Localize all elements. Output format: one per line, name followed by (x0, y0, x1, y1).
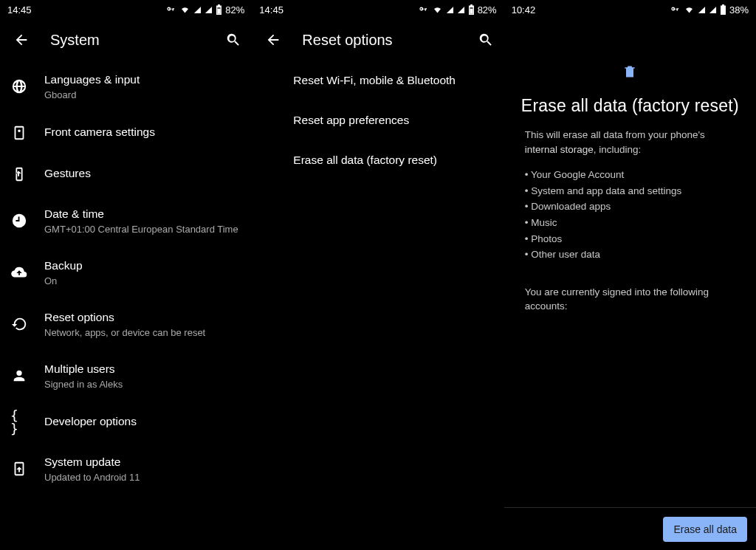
item-sub: Network, apps, or device can be reset (44, 327, 205, 338)
search-button[interactable] (222, 29, 244, 51)
item-title: Multiple users (44, 362, 123, 377)
reset-item-erase-all-data[interactable]: Erase all data (factory reset) (281, 140, 504, 180)
update-icon (10, 460, 28, 478)
item-title: System update (44, 455, 140, 470)
item-sub: Gboard (44, 89, 140, 100)
status-battery-pct: 82% (478, 4, 497, 16)
svg-rect-1 (470, 9, 472, 14)
signal-icon (446, 6, 454, 14)
item-title: Front camera settings (44, 125, 155, 140)
status-time: 14:45 (259, 4, 284, 16)
erase-all-data-button[interactable]: Erase all data (663, 517, 747, 542)
status-battery-pct: 38% (729, 4, 749, 16)
settings-list: Languages & input Gboard Front camera se… (0, 61, 252, 550)
status-time: 14:45 (7, 4, 32, 16)
settings-item-reset-options[interactable]: Reset options Network, apps, or device c… (0, 298, 252, 350)
gesture-icon (10, 165, 28, 183)
signal-icon-2 (457, 6, 465, 14)
settings-item-gestures[interactable]: Gestures (0, 154, 252, 195)
screen-erase-all-data: 10:42 38% Erase all data (factory reset)… (504, 0, 756, 550)
erase-bullet: • Other user data (525, 247, 735, 263)
signal-icon (698, 6, 706, 14)
erase-bullet: • System and app data and settings (525, 183, 735, 199)
svg-rect-2 (721, 12, 724, 14)
reset-list: Reset Wi-Fi, mobile & Bluetooth Reset ap… (252, 61, 504, 550)
settings-item-developer-options[interactable]: { } Developer options (0, 402, 252, 443)
erase-intro-bold: internal storage (525, 144, 594, 155)
erase-content: Erase all data (factory reset) This will… (504, 19, 756, 550)
trash-icon (622, 63, 637, 83)
status-bar: 14:45 82% (0, 0, 252, 19)
search-button[interactable] (475, 29, 497, 51)
globe-icon (10, 78, 28, 95)
wifi-icon (684, 5, 695, 14)
erase-intro-suffix: , including: (594, 144, 642, 155)
item-title: Developer options (44, 414, 137, 430)
user-icon (10, 367, 28, 385)
status-bar: 14:45 82% (252, 0, 504, 19)
reset-icon (10, 315, 28, 333)
erase-bullet: • Your Google Account (525, 167, 735, 183)
status-battery-pct: 82% (225, 4, 244, 16)
back-button[interactable] (10, 29, 32, 51)
settings-item-system-update[interactable]: System update Updated to Android 11 (0, 443, 252, 495)
item-title: Backup (44, 258, 83, 274)
wifi-icon (432, 5, 443, 14)
screen-reset-options: 14:45 82% Reset options Reset Wi-Fi, mob… (252, 0, 504, 550)
settings-item-languages[interactable]: Languages & input Gboard (0, 61, 252, 112)
item-title: Gestures (44, 166, 91, 182)
status-time: 10:42 (512, 4, 536, 16)
signal-icon-2 (205, 6, 213, 14)
item-title: Date & time (44, 207, 238, 222)
camera-icon (10, 124, 28, 142)
reset-item-wifi-mobile-bt[interactable]: Reset Wi-Fi, mobile & Bluetooth (281, 61, 504, 100)
erase-accounts-note: You are currently signed into the follow… (519, 285, 741, 314)
settings-item-front-camera[interactable]: Front camera settings (0, 112, 252, 154)
item-sub: Updated to Android 11 (44, 472, 140, 483)
vpn-key-icon (165, 5, 176, 14)
status-right: 82% (165, 4, 244, 16)
erase-bullet: • Music (525, 215, 735, 231)
back-button[interactable] (262, 29, 284, 51)
item-sub: On (44, 275, 83, 286)
item-title: Reset options (44, 310, 205, 326)
screen-system: 14:45 82% (0, 0, 252, 550)
settings-item-date-time[interactable]: Date & time GMT+01:00 Central European S… (0, 195, 252, 247)
erase-title: Erase all data (factory reset) (519, 96, 741, 116)
erase-bullet: • Photos (525, 231, 735, 247)
item-title: Languages & input (44, 72, 140, 88)
erase-intro: This will erase all data from your phone… (519, 128, 741, 157)
battery-icon (720, 4, 726, 15)
battery-icon (468, 4, 475, 15)
erase-bullet-list: • Your Google Account • System and app d… (519, 167, 741, 263)
app-bar: System (0, 19, 252, 61)
reset-item-app-preferences[interactable]: Reset app preferences (281, 100, 504, 140)
page-title: Reset options (302, 32, 392, 49)
battery-icon (216, 4, 222, 15)
signal-icon-2 (709, 6, 717, 14)
erase-bullet: • Downloaded apps (525, 199, 735, 215)
item-sub: GMT+01:00 Central European Standard Time (44, 224, 238, 235)
page-title: System (50, 32, 100, 49)
app-bar: Reset options (252, 19, 504, 61)
clock-icon (10, 212, 28, 230)
vpn-key-icon (417, 5, 429, 14)
erase-intro-prefix: This will erase all data from your phone… (525, 129, 705, 140)
settings-item-backup[interactable]: Backup On (0, 247, 252, 298)
braces-icon: { } (10, 413, 28, 431)
svg-rect-0 (218, 9, 221, 14)
vpn-key-icon (669, 5, 681, 14)
signal-icon (193, 6, 202, 14)
status-bar: 10:42 38% (504, 0, 756, 19)
footer-bar: Erase all data (504, 507, 756, 550)
settings-item-multiple-users[interactable]: Multiple users Signed in as Aleks (0, 350, 252, 402)
status-right: 82% (417, 4, 497, 16)
backup-icon (10, 264, 28, 281)
item-sub: Signed in as Aleks (44, 379, 123, 390)
status-right: 38% (669, 4, 749, 16)
wifi-icon (179, 5, 190, 14)
